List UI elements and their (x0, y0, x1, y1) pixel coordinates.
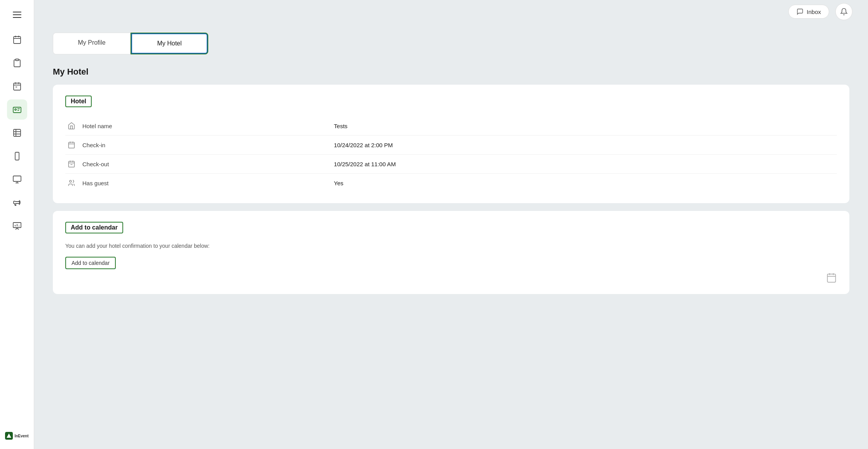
inbox-label: Inbox (807, 9, 821, 15)
svg-point-11 (15, 109, 16, 110)
hotel-name-icon (65, 122, 78, 130)
sidebar-item-presentation[interactable] (7, 216, 27, 236)
bell-icon (840, 8, 848, 16)
add-to-calendar-button[interactable]: Add to calendar (65, 257, 116, 269)
inevent-logo-icon (6, 433, 12, 439)
page-title: My Hotel (53, 67, 849, 77)
calendar-bottom-icon (826, 272, 837, 283)
svg-rect-14 (14, 129, 21, 136)
svg-marker-28 (7, 433, 11, 438)
sidebar: InEvent (0, 0, 34, 449)
mobile-icon (12, 151, 22, 161)
sidebar-item-calendar[interactable] (7, 30, 27, 50)
header: Inbox (34, 0, 868, 23)
has-guest-row: Has guest Yes (65, 174, 837, 192)
checkin-row: Check-in 10/24/2022 at 2:00 PM (65, 136, 837, 155)
guest-icon (65, 179, 78, 187)
hotel-name-row: Hotel name Tests (65, 117, 837, 136)
svg-rect-20 (13, 176, 21, 181)
table-icon (12, 128, 22, 137)
monitor-icon (12, 175, 22, 184)
hamburger-icon (13, 12, 21, 18)
hotel-name-value: Tests (334, 123, 837, 129)
notification-button[interactable] (835, 3, 852, 20)
clipboard-icon (12, 58, 22, 68)
sidebar-item-clipboard[interactable] (7, 53, 27, 73)
has-guest-value: Yes (334, 180, 837, 186)
calendar-icon-bottom (65, 272, 837, 283)
checkout-label: Check-out (82, 161, 334, 167)
calendar-description: You can add your hotel confirmation to y… (65, 243, 837, 249)
checkin-icon (65, 141, 78, 149)
checkout-icon (65, 160, 78, 168)
message-icon (797, 8, 804, 15)
id-card-icon (12, 105, 22, 114)
hotel-name-label: Hotel name (82, 123, 334, 129)
checkin-value: 10/24/2022 at 2:00 PM (334, 142, 837, 148)
has-guest-label: Has guest (82, 180, 334, 186)
sidebar-item-table[interactable] (7, 123, 27, 143)
calendar-section-label: Add to calendar (65, 222, 123, 233)
checkout-value: 10/25/2022 at 11:00 AM (334, 161, 837, 167)
page-content: My Profile My Hotel My Hotel Hotel Hotel… (34, 23, 868, 449)
hamburger-menu[interactable] (9, 6, 26, 23)
checkout-row: Check-out 10/25/2022 at 11:00 AM (65, 155, 837, 174)
svg-point-38 (70, 180, 71, 182)
svg-rect-10 (13, 107, 21, 113)
hotel-card: Hotel Hotel name Tests Check-in 10/24/20… (53, 85, 849, 203)
inevent-logo: InEvent (2, 429, 31, 443)
tab-my-hotel[interactable]: My Hotel (131, 33, 208, 54)
sidebar-item-id-card[interactable] (7, 99, 27, 120)
svg-rect-5 (14, 83, 21, 90)
svg-rect-33 (69, 161, 75, 167)
svg-rect-29 (69, 142, 75, 148)
tab-my-profile[interactable]: My Profile (53, 33, 131, 54)
hotel-section-label: Hotel (65, 96, 92, 107)
calendar-alt-icon (12, 82, 22, 91)
tabs: My Profile My Hotel (53, 33, 849, 54)
presentation-icon (12, 221, 22, 231)
sidebar-item-megaphone[interactable] (7, 193, 27, 213)
svg-rect-4 (16, 59, 19, 61)
add-to-calendar-card: Add to calendar You can add your hotel c… (53, 211, 849, 294)
inbox-button[interactable]: Inbox (788, 5, 829, 19)
checkin-label: Check-in (82, 142, 334, 148)
calendar-icon (12, 35, 22, 44)
main-area: Inbox My Profile My Hotel My Hotel Hotel (34, 0, 868, 449)
sidebar-item-mobile[interactable] (7, 146, 27, 166)
svg-rect-0 (14, 37, 21, 44)
svg-rect-18 (15, 152, 19, 160)
svg-rect-39 (828, 274, 836, 282)
inevent-logo-text: InEvent (14, 434, 28, 438)
sidebar-item-calendar-alt[interactable] (7, 76, 27, 96)
megaphone-icon (12, 198, 22, 207)
sidebar-item-monitor[interactable] (7, 169, 27, 190)
